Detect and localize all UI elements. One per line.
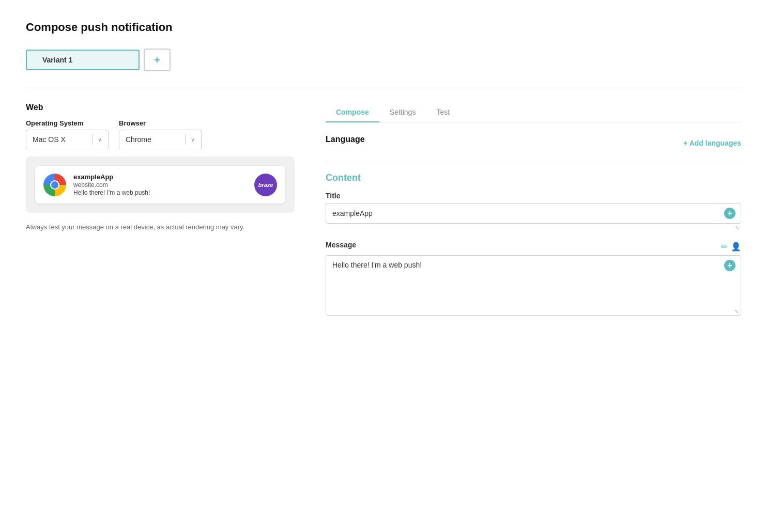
language-row: Language + Add languages bbox=[326, 135, 741, 151]
title-plus-icon: + bbox=[724, 208, 735, 219]
pencil-icon: ✏ bbox=[721, 242, 728, 251]
hint-text: Always test your message on a real devic… bbox=[26, 222, 295, 233]
notif-message: Hello there! I'm a web push! bbox=[73, 189, 247, 196]
notification-card: exampleApp website.com Hello there! I'm … bbox=[35, 166, 285, 204]
title-input[interactable] bbox=[326, 204, 719, 223]
os-browser-row: Operating System Mac OS X ∨ Browser Chro… bbox=[26, 119, 295, 149]
os-label: Operating System bbox=[26, 119, 109, 127]
edit-message-button[interactable]: ✏ bbox=[721, 242, 728, 252]
message-field-label: Message bbox=[326, 241, 356, 249]
message-add-button[interactable]: + bbox=[719, 256, 741, 275]
select-divider bbox=[92, 134, 93, 145]
language-label: Language bbox=[326, 135, 365, 144]
browser-value: Chrome bbox=[126, 135, 180, 144]
message-textarea-wrapper: + ⤡ bbox=[326, 255, 741, 316]
browser-label: Browser bbox=[119, 119, 202, 127]
os-value: Mac OS X bbox=[33, 135, 87, 144]
textarea-inner: + bbox=[326, 256, 741, 307]
message-actions: ✏ 👤 bbox=[721, 242, 741, 252]
browser-select[interactable]: Chrome ∨ bbox=[119, 130, 202, 149]
chrome-icon bbox=[43, 174, 66, 196]
compose-tabs: Compose Settings Test bbox=[326, 103, 741, 122]
browser-chevron-icon: ∨ bbox=[191, 136, 195, 143]
variant-tabs-container: Variant 1 + bbox=[26, 49, 741, 71]
title-field-label: Title bbox=[326, 192, 741, 200]
message-header: Message ✏ 👤 bbox=[326, 241, 741, 252]
tab-compose[interactable]: Compose bbox=[326, 103, 379, 122]
title-field-section: Title + ⤡ bbox=[326, 192, 741, 231]
add-person-button[interactable]: 👤 bbox=[731, 242, 741, 252]
braze-badge: braze bbox=[254, 174, 277, 196]
title-resize-icon: ⤡ bbox=[735, 225, 739, 230]
select-divider-2 bbox=[185, 134, 186, 145]
notif-app-url: website.com bbox=[73, 181, 247, 189]
page-title: Compose push notification bbox=[26, 21, 741, 34]
section-divider-top bbox=[26, 87, 741, 87]
add-languages-button[interactable]: + Add languages bbox=[683, 139, 741, 147]
notification-text: exampleApp website.com Hello there! I'm … bbox=[73, 173, 247, 196]
tab-settings[interactable]: Settings bbox=[379, 103, 426, 122]
web-section-label: Web bbox=[26, 103, 295, 112]
browser-field-group: Browser Chrome ∨ bbox=[119, 119, 202, 149]
language-divider bbox=[326, 162, 741, 162]
os-field-group: Operating System Mac OS X ∨ bbox=[26, 119, 109, 149]
content-label: Content bbox=[326, 173, 741, 183]
message-resize-icon: ⤡ bbox=[734, 308, 739, 314]
tab-test[interactable]: Test bbox=[426, 103, 460, 122]
textarea-resize-handle: ⤡ bbox=[326, 307, 741, 315]
title-resize-handle: ⤡ bbox=[326, 224, 741, 231]
message-plus-icon: + bbox=[724, 260, 735, 271]
right-panel: Compose Settings Test Language + Add lan… bbox=[326, 103, 741, 325]
page-container: Compose push notification Variant 1 + We… bbox=[0, 0, 767, 346]
title-input-row: + bbox=[326, 203, 741, 224]
message-textarea[interactable] bbox=[326, 256, 719, 307]
os-chevron-icon: ∨ bbox=[98, 136, 102, 143]
notification-preview-box: exampleApp website.com Hello there! I'm … bbox=[26, 157, 295, 213]
notif-app-name: exampleApp bbox=[73, 173, 247, 181]
main-content: Web Operating System Mac OS X ∨ Browser … bbox=[26, 103, 741, 325]
add-variant-button[interactable]: + bbox=[144, 49, 171, 71]
left-panel: Web Operating System Mac OS X ∨ Browser … bbox=[26, 103, 295, 233]
variant-1-tab[interactable]: Variant 1 bbox=[26, 50, 140, 70]
message-field-section: Message ✏ 👤 + bbox=[326, 241, 741, 316]
os-select[interactable]: Mac OS X ∨ bbox=[26, 130, 109, 149]
add-person-icon: 👤 bbox=[731, 242, 741, 251]
chrome-inner-circle bbox=[51, 181, 58, 189]
title-add-button[interactable]: + bbox=[719, 204, 741, 223]
